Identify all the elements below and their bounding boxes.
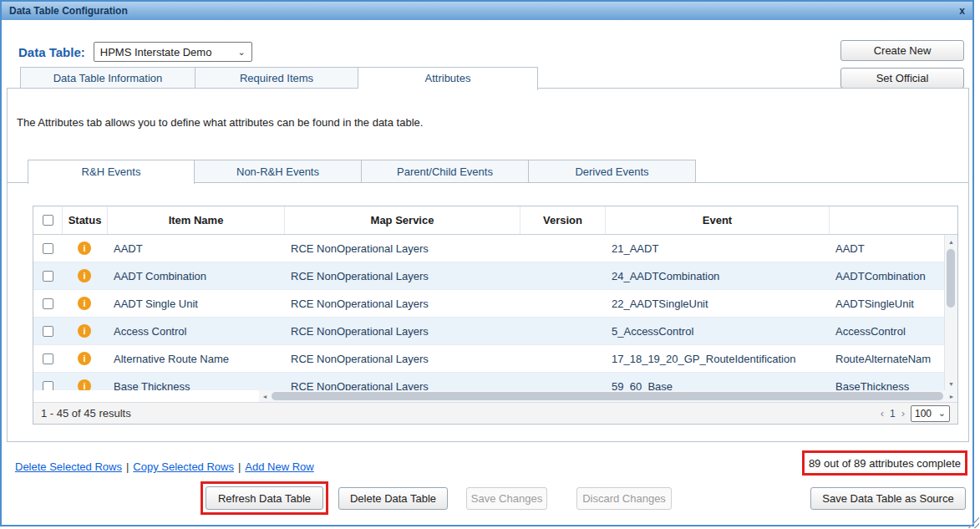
scroll-right-icon[interactable]: ► [946,390,957,402]
version-cell [520,262,605,289]
dialog: Data Table Configuration x Data Table: H… [0,0,974,526]
data-table-select[interactable]: HPMS Interstate Demo ⌄ [94,42,252,62]
table-footer: 1 - 45 of 45 results ‹ 1 › 100 ⌄ [33,402,957,424]
row-checkbox[interactable] [43,326,53,337]
attribute-cell: AADT [829,235,957,262]
data-table-selector-row: Data Table: HPMS Interstate Demo ⌄ [18,42,252,62]
event-subtabs-row: R&H Events Non-R&H Events Parent/Child E… [8,160,968,183]
item-name-cell: Base Thickness [107,373,284,390]
table-row[interactable]: i Base Thickness RCE NonOperational Laye… [33,373,957,390]
delete-data-table-button[interactable]: Delete Data Table [338,487,448,510]
map-service-cell: RCE NonOperational Layers [284,345,520,372]
page-next-icon[interactable]: › [901,407,905,420]
page-size-select[interactable]: 100 ⌄ [911,405,950,422]
select-all-checkbox[interactable] [43,215,53,226]
item-name-cell: AADT [107,235,284,262]
event-cell: 24_AADTCombination [605,262,829,289]
map-service-cell: RCE NonOperational Layers [284,262,520,289]
link-separator: | [238,460,241,473]
row-checkbox[interactable] [43,298,53,309]
event-cell: 21_AADT [605,235,829,262]
attribute-cell: AccessControl [829,318,957,344]
version-cell [520,235,605,262]
item-name-cell: AADT Combination [107,262,284,289]
window-title: Data Table Configuration [9,5,128,17]
event-subtabs: R&H Events Non-R&H Events Parent/Child E… [28,160,696,184]
attribute-cell: AADTSingleUnit [829,290,957,317]
copy-selected-rows-link[interactable]: Copy Selected Rows [133,460,234,473]
event-cell: 17_18_19_20_GP_RouteIdentification [605,345,829,372]
horizontal-scrollbar[interactable]: ◄ ► [33,390,957,402]
column-header-attribute [829,206,957,234]
horizontal-scrollbar-track: ◄ ► [259,390,957,402]
subtab-derived-events[interactable]: Derived Events [529,160,696,183]
discard-changes-button[interactable]: Discard Changes [576,487,672,510]
subtab-non-rh-events[interactable]: Non-R&H Events [195,160,362,183]
save-data-table-as-source-button[interactable]: Save Data Table as Source [810,487,966,510]
subtab-parent-child-events[interactable]: Parent/Child Events [362,160,529,183]
tab-required-items[interactable]: Required Items [195,67,358,89]
version-cell [520,373,605,390]
row-checkbox[interactable] [43,354,53,364]
event-cell: 59_60_Base [605,373,829,390]
page-number[interactable]: 1 [890,408,896,420]
refresh-data-table-button[interactable]: Refresh Data Table [206,486,323,510]
table-row[interactable]: i AADT Single Unit RCE NonOperational La… [33,290,957,318]
map-service-cell: RCE NonOperational Layers [284,235,520,262]
chevron-down-icon: ⌄ [238,48,246,57]
warning-status-icon: i [78,379,91,390]
attributes-description: The Attributes tab allows you to define … [17,116,423,129]
tab-attributes[interactable]: Attributes [358,67,538,90]
row-checkbox[interactable] [43,381,53,391]
version-cell [520,318,605,344]
chevron-down-icon: ⌄ [938,409,946,418]
data-table-configuration-window: Data Table Configuration x Data Table: H… [0,0,980,529]
warning-status-icon: i [78,242,91,255]
page-size-value: 100 [915,408,932,420]
version-cell [520,290,605,317]
map-service-cell: RCE NonOperational Layers [284,318,520,344]
row-checkbox[interactable] [43,243,53,254]
vertical-scrollbar[interactable]: ▲ ▼ [944,235,957,390]
event-cell: 5_AccessControl [605,318,829,344]
warning-status-icon: i [78,297,91,310]
table-body: i AADT RCE NonOperational Layers 21_AADT… [33,235,957,390]
warning-status-icon: i [78,269,91,282]
add-new-row-link[interactable]: Add New Row [245,460,313,473]
vertical-scrollbar-thumb[interactable] [947,249,955,308]
delete-selected-rows-link[interactable]: Delete Selected Rows [15,460,122,473]
save-changes-button[interactable]: Save Changes [466,487,547,510]
table-row[interactable]: i Access Control RCE NonOperational Laye… [33,318,957,345]
attribute-cell: BaseThickness [829,373,957,390]
refresh-highlight-box: Refresh Data Table [201,481,328,515]
results-count: 1 - 45 of 45 results [41,407,131,420]
attributes-tab-panel: The Attributes tab allows you to define … [7,88,969,442]
page-prev-icon[interactable]: ‹ [881,407,884,420]
table-row[interactable]: i AADT Combination RCE NonOperational La… [33,262,957,290]
window-titlebar: Data Table Configuration x [2,2,972,20]
set-official-button[interactable]: Set Official [840,68,964,89]
link-separator: | [126,460,129,473]
horizontal-scrollbar-thumb[interactable] [272,392,943,400]
attributes-table: Status Item Name Map Service Version Eve… [33,206,958,425]
scroll-left-icon[interactable]: ◄ [259,390,271,402]
table-row[interactable]: i Alternative Route Name RCE NonOperatio… [33,345,957,373]
tab-data-table-information[interactable]: Data Table Information [20,67,195,89]
table-header-row: Status Item Name Map Service Version Eve… [33,206,957,235]
scroll-up-icon[interactable]: ▲ [945,236,957,247]
close-icon[interactable]: x [959,5,965,17]
column-header-item-name: Item Name [107,206,284,234]
version-cell [520,345,605,372]
attributes-complete-status: 89 out of 89 attributes complete [802,450,967,476]
item-name-cell: Access Control [107,318,284,344]
table-row[interactable]: i AADT RCE NonOperational Layers 21_AADT… [33,235,957,262]
row-action-links: Delete Selected Rows|Copy Selected Rows|… [15,460,314,473]
scroll-down-icon[interactable]: ▼ [945,378,957,389]
data-table-label: Data Table: [18,45,85,59]
attribute-cell: AADTCombination [829,262,957,289]
create-new-button[interactable]: Create New [840,40,964,61]
pagination: ‹ 1 › 100 ⌄ [881,405,950,422]
row-checkbox[interactable] [43,271,53,282]
subtab-rh-events[interactable]: R&H Events [28,160,195,184]
warning-status-icon: i [78,324,91,338]
